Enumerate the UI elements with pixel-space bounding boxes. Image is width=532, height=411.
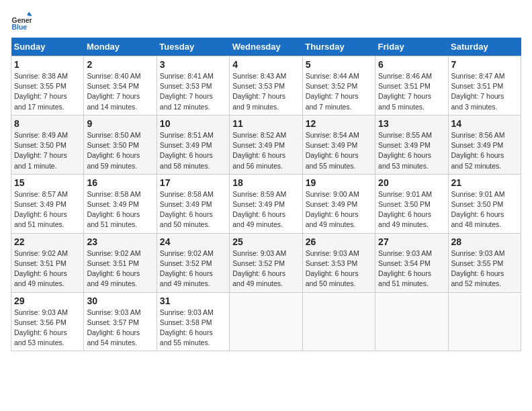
day-cell-8: 8 Sunrise: 8:49 AM Sunset: 3:50 PM Dayli… (11, 115, 84, 174)
day-info: Sunrise: 8:47 AM Sunset: 3:51 PM Dayligh… (451, 71, 518, 112)
day-cell-6: 6 Sunrise: 8:46 AM Sunset: 3:51 PM Dayli… (375, 56, 448, 116)
day-cell-16: 16 Sunrise: 8:58 AM Sunset: 3:49 PM Dayl… (84, 174, 157, 233)
day-cell-14: 14 Sunrise: 8:56 AM Sunset: 3:49 PM Dayl… (448, 115, 521, 174)
day-cell-27: 27 Sunrise: 9:03 AM Sunset: 3:54 PM Dayl… (375, 233, 448, 292)
day-info: Sunrise: 8:44 AM Sunset: 3:52 PM Dayligh… (306, 71, 372, 112)
day-info: Sunrise: 8:43 AM Sunset: 3:53 PM Dayligh… (232, 71, 299, 112)
day-cell-20: 20 Sunrise: 9:01 AM Sunset: 3:50 PM Dayl… (375, 174, 448, 233)
day-info: Sunrise: 8:40 AM Sunset: 3:54 PM Dayligh… (87, 71, 153, 112)
page-header: General Blue (11, 11, 521, 32)
day-cell-22: 22 Sunrise: 9:02 AM Sunset: 3:51 PM Dayl… (11, 233, 84, 292)
col-header-saturday: Saturday (448, 38, 521, 56)
day-cell-24: 24 Sunrise: 9:02 AM Sunset: 3:52 PM Dayl… (157, 233, 229, 292)
day-info: Sunrise: 8:55 AM Sunset: 3:49 PM Dayligh… (378, 130, 445, 171)
day-cell-28: 28 Sunrise: 9:03 AM Sunset: 3:55 PM Dayl… (448, 233, 521, 292)
day-cell-2: 2 Sunrise: 8:40 AM Sunset: 3:54 PM Dayli… (84, 56, 157, 116)
day-info: Sunrise: 9:03 AM Sunset: 3:53 PM Dayligh… (306, 248, 372, 289)
day-number: 24 (160, 236, 226, 247)
day-number: 11 (232, 118, 299, 129)
day-info: Sunrise: 8:57 AM Sunset: 3:49 PM Dayligh… (14, 189, 81, 230)
svg-text:Blue: Blue (12, 24, 28, 31)
day-cell-25: 25 Sunrise: 9:03 AM Sunset: 3:52 PM Dayl… (230, 233, 302, 292)
day-info: Sunrise: 9:02 AM Sunset: 3:51 PM Dayligh… (14, 248, 81, 289)
day-info: Sunrise: 8:41 AM Sunset: 3:53 PM Dayligh… (160, 71, 226, 112)
day-info: Sunrise: 8:50 AM Sunset: 3:50 PM Dayligh… (87, 130, 153, 171)
day-number: 23 (87, 236, 153, 247)
day-number: 6 (378, 59, 445, 70)
day-info: Sunrise: 9:00 AM Sunset: 3:49 PM Dayligh… (306, 189, 372, 230)
day-info: Sunrise: 8:58 AM Sunset: 3:49 PM Dayligh… (87, 189, 153, 230)
calendar-table: SundayMondayTuesdayWednesdayThursdayFrid… (11, 38, 521, 351)
day-number: 25 (232, 236, 299, 247)
day-cell-18: 18 Sunrise: 8:59 AM Sunset: 3:49 PM Dayl… (230, 174, 302, 233)
day-number: 14 (451, 118, 518, 129)
day-number: 9 (87, 118, 153, 129)
day-number: 4 (232, 59, 299, 70)
day-info: Sunrise: 9:03 AM Sunset: 3:52 PM Dayligh… (232, 248, 299, 289)
day-info: Sunrise: 9:03 AM Sunset: 3:55 PM Dayligh… (451, 248, 518, 289)
week-row-4: 22 Sunrise: 9:02 AM Sunset: 3:51 PM Dayl… (11, 233, 521, 292)
empty-cell (230, 292, 302, 351)
col-header-wednesday: Wednesday (230, 38, 302, 56)
day-info: Sunrise: 8:49 AM Sunset: 3:50 PM Dayligh… (14, 130, 81, 171)
day-number: 13 (378, 118, 445, 129)
day-number: 18 (232, 177, 299, 188)
day-info: Sunrise: 9:01 AM Sunset: 3:50 PM Dayligh… (378, 189, 445, 230)
day-cell-12: 12 Sunrise: 8:54 AM Sunset: 3:49 PM Dayl… (302, 115, 375, 174)
day-number: 7 (451, 59, 518, 70)
empty-cell (448, 292, 521, 351)
day-number: 5 (306, 59, 372, 70)
day-number: 15 (14, 177, 81, 188)
day-number: 28 (451, 236, 518, 247)
day-number: 27 (378, 236, 445, 247)
day-cell-31: 31 Sunrise: 9:03 AM Sunset: 3:58 PM Dayl… (157, 292, 229, 351)
day-cell-4: 4 Sunrise: 8:43 AM Sunset: 3:53 PM Dayli… (230, 56, 302, 116)
day-number: 17 (160, 177, 226, 188)
day-info: Sunrise: 8:38 AM Sunset: 3:55 PM Dayligh… (14, 71, 81, 112)
week-row-2: 8 Sunrise: 8:49 AM Sunset: 3:50 PM Dayli… (11, 115, 521, 174)
col-header-thursday: Thursday (302, 38, 375, 56)
day-info: Sunrise: 8:56 AM Sunset: 3:49 PM Dayligh… (451, 130, 518, 171)
day-cell-3: 3 Sunrise: 8:41 AM Sunset: 3:53 PM Dayli… (157, 56, 229, 116)
logo: General Blue (11, 11, 32, 32)
logo-icon: General Blue (11, 11, 32, 32)
day-cell-13: 13 Sunrise: 8:55 AM Sunset: 3:49 PM Dayl… (375, 115, 448, 174)
day-cell-11: 11 Sunrise: 8:52 AM Sunset: 3:49 PM Dayl… (230, 115, 302, 174)
day-info: Sunrise: 9:03 AM Sunset: 3:58 PM Dayligh… (160, 308, 226, 349)
col-header-monday: Monday (84, 38, 157, 56)
week-row-5: 29 Sunrise: 9:03 AM Sunset: 3:56 PM Dayl… (11, 292, 521, 351)
day-info: Sunrise: 9:03 AM Sunset: 3:56 PM Dayligh… (14, 308, 81, 349)
day-cell-30: 30 Sunrise: 9:03 AM Sunset: 3:57 PM Dayl… (84, 292, 157, 351)
day-info: Sunrise: 8:54 AM Sunset: 3:49 PM Dayligh… (306, 130, 372, 171)
day-number: 19 (306, 177, 372, 188)
day-cell-1: 1 Sunrise: 8:38 AM Sunset: 3:55 PM Dayli… (11, 56, 84, 116)
calendar-header-row: SundayMondayTuesdayWednesdayThursdayFrid… (11, 38, 521, 56)
day-number: 3 (160, 59, 226, 70)
day-cell-7: 7 Sunrise: 8:47 AM Sunset: 3:51 PM Dayli… (448, 56, 521, 116)
day-number: 16 (87, 177, 153, 188)
day-number: 26 (306, 236, 372, 247)
day-number: 22 (14, 236, 81, 247)
day-number: 10 (160, 118, 226, 129)
day-number: 2 (87, 59, 153, 70)
day-info: Sunrise: 8:59 AM Sunset: 3:49 PM Dayligh… (232, 189, 299, 230)
day-number: 8 (14, 118, 81, 129)
day-info: Sunrise: 9:03 AM Sunset: 3:57 PM Dayligh… (87, 308, 153, 349)
week-row-1: 1 Sunrise: 8:38 AM Sunset: 3:55 PM Dayli… (11, 56, 521, 116)
day-info: Sunrise: 8:46 AM Sunset: 3:51 PM Dayligh… (378, 71, 445, 112)
day-info: Sunrise: 9:02 AM Sunset: 3:51 PM Dayligh… (87, 248, 153, 289)
day-info: Sunrise: 9:03 AM Sunset: 3:54 PM Dayligh… (378, 248, 445, 289)
day-number: 31 (160, 295, 226, 306)
day-number: 20 (378, 177, 445, 188)
day-cell-9: 9 Sunrise: 8:50 AM Sunset: 3:50 PM Dayli… (84, 115, 157, 174)
day-info: Sunrise: 8:51 AM Sunset: 3:49 PM Dayligh… (160, 130, 226, 171)
day-cell-19: 19 Sunrise: 9:00 AM Sunset: 3:49 PM Dayl… (302, 174, 375, 233)
day-cell-15: 15 Sunrise: 8:57 AM Sunset: 3:49 PM Dayl… (11, 174, 84, 233)
day-number: 29 (14, 295, 81, 306)
empty-cell (302, 292, 375, 351)
empty-cell (375, 292, 448, 351)
day-number: 30 (87, 295, 153, 306)
col-header-friday: Friday (375, 38, 448, 56)
day-info: Sunrise: 9:01 AM Sunset: 3:50 PM Dayligh… (451, 189, 518, 230)
day-cell-5: 5 Sunrise: 8:44 AM Sunset: 3:52 PM Dayli… (302, 56, 375, 116)
